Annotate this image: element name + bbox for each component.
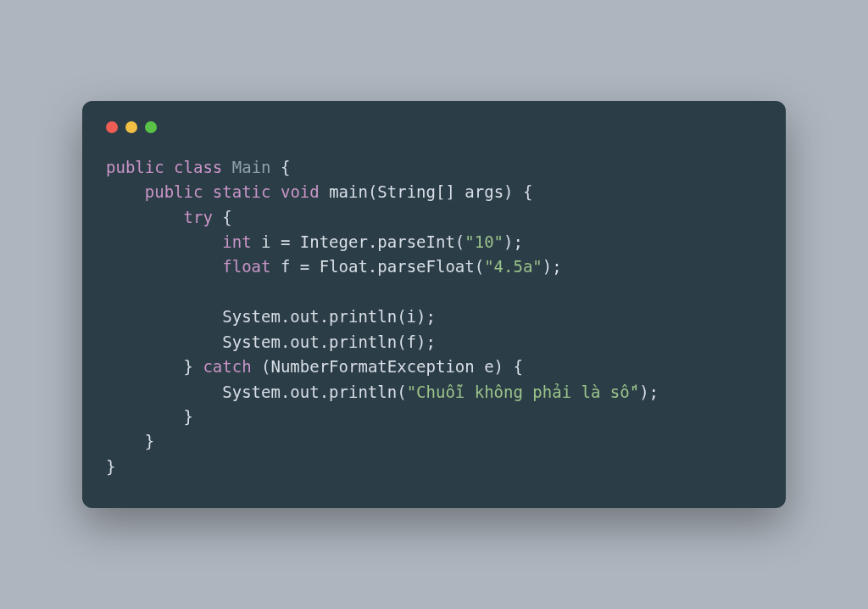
code-text	[106, 182, 145, 201]
code-text	[106, 307, 222, 326]
keyword: catch	[203, 357, 251, 376]
string-literal: "4.5a"	[484, 257, 542, 276]
code-text: }	[184, 407, 193, 426]
code-text	[106, 232, 222, 251]
code-text: System.out.println(	[222, 383, 406, 401]
maximize-icon[interactable]	[145, 121, 157, 133]
code-text: System.out.println(i);	[222, 307, 436, 326]
code-text	[106, 332, 222, 351]
code-text: );	[542, 257, 562, 276]
code-text	[106, 432, 145, 450]
minimize-icon[interactable]	[125, 121, 137, 133]
keyword: public	[145, 182, 203, 201]
keyword: static	[213, 182, 271, 201]
string-literal: "Chuỗi không phải là số"	[407, 383, 640, 401]
code-text: i = Integer.parseInt(	[252, 232, 465, 251]
close-icon[interactable]	[106, 121, 118, 133]
code-text: main	[320, 182, 368, 201]
class-name: Main	[232, 158, 271, 176]
keyword: class	[174, 158, 222, 176]
keyword: int	[222, 232, 251, 251]
code-text: );	[639, 383, 659, 401]
code-text: }	[184, 357, 203, 376]
code-window: public class Main { public static void m…	[82, 101, 786, 509]
code-text	[106, 208, 184, 226]
code-text: {	[271, 158, 291, 176]
window-titlebar	[106, 118, 762, 155]
code-text: System.out.println(f);	[222, 332, 436, 351]
keyword: float	[222, 257, 270, 276]
code-text	[106, 257, 222, 276]
keyword: void	[281, 182, 320, 201]
code-text: }	[145, 432, 154, 450]
code-text	[106, 407, 184, 426]
code-text: );	[504, 232, 523, 251]
code-text: {	[213, 208, 232, 226]
code-text	[106, 383, 222, 401]
code-text: (String[] args) {	[368, 182, 532, 201]
string-literal: "10"	[465, 232, 504, 251]
keyword: public	[106, 158, 164, 176]
code-text: (NumberFormatException e) {	[252, 357, 523, 376]
keyword: try	[184, 208, 213, 226]
code-text: }	[106, 457, 115, 476]
code-text: f = Float.parseFloat(	[270, 257, 484, 276]
code-text	[106, 357, 184, 376]
code-block: public class Main { public static void m…	[106, 155, 762, 480]
